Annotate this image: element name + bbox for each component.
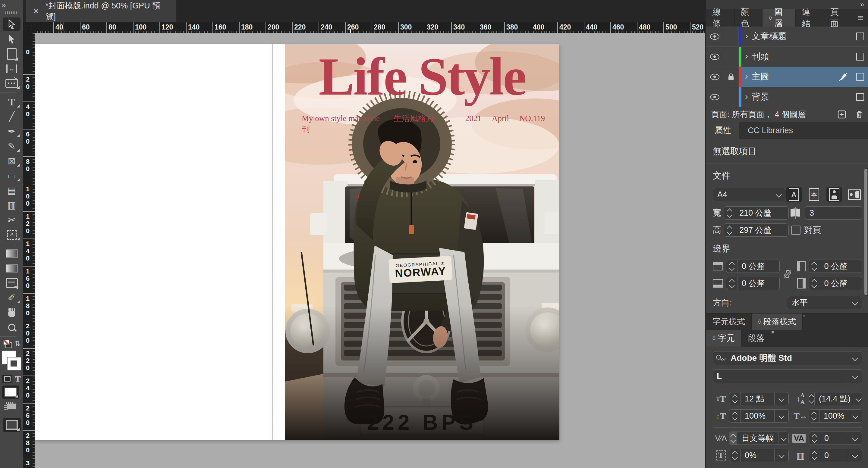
formatting-text-button[interactable]: T	[15, 374, 21, 384]
rectangle-tool[interactable]: ▭	[0, 168, 23, 183]
tools-collapse-button[interactable]: »	[0, 0, 25, 10]
tsume-field[interactable]: 0%	[729, 449, 789, 462]
layer-row[interactable]: ›主圖	[706, 67, 868, 87]
frame-tool[interactable]: ⊠	[0, 154, 23, 168]
layer-expander-icon[interactable]: ›	[745, 91, 748, 101]
layer-row[interactable]: ›文章標題	[706, 27, 868, 47]
layer-name[interactable]: 刊頭	[752, 51, 769, 63]
height-field[interactable]: 297 公釐	[724, 224, 789, 237]
page-size-select[interactable]: A4	[713, 188, 786, 201]
tab-paragraph-styles[interactable]: ◊段落樣式	[752, 313, 803, 330]
dock-scrollbar[interactable]	[864, 169, 867, 295]
stroke-swatch[interactable]	[7, 357, 21, 370]
margin-left-field[interactable]: 0 公釐	[809, 260, 862, 273]
type-tool[interactable]: T	[0, 95, 23, 109]
layer-visibility-toggle[interactable]	[706, 47, 723, 67]
tab-properties[interactable]: 屬性	[706, 122, 739, 139]
grid-tracking-field[interactable]: 0	[809, 449, 862, 462]
formatting-container-button[interactable]	[2, 375, 12, 383]
writing-direction-vertical-button[interactable]: 本	[806, 187, 822, 202]
vertical-grid-tool[interactable]: ▥	[0, 198, 23, 212]
panel-menu-icon[interactable]: ≡	[803, 313, 805, 330]
layer-target-square[interactable]	[856, 93, 864, 101]
layer-lock-toggle[interactable]	[723, 67, 739, 87]
pages-count-field[interactable]: 3	[805, 206, 862, 220]
orientation-portrait-button[interactable]	[827, 187, 842, 202]
scissors-tool[interactable]: ✂	[0, 212, 23, 227]
kerning-field[interactable]: 日文等幅	[729, 432, 789, 445]
free-transform-tool[interactable]	[0, 227, 23, 242]
gap-tool[interactable]: ↔	[0, 61, 23, 76]
font-style-field[interactable]: L	[713, 369, 862, 383]
gradient-swatch-tool[interactable]	[0, 246, 23, 261]
layer-visibility-toggle[interactable]	[706, 87, 723, 107]
tab-連結[interactable]: 連結	[796, 9, 824, 27]
orientation-landscape-button[interactable]	[846, 187, 862, 202]
swap-fill-stroke-icon[interactable]: ⇄	[13, 340, 22, 346]
default-fill-stroke-icon[interactable]	[3, 340, 12, 347]
margin-top-field[interactable]: 0 公釐	[726, 260, 780, 273]
tools-grip-handle[interactable]	[5, 11, 18, 14]
view-options-button[interactable]	[4, 402, 16, 410]
width-field[interactable]: 210 公釐	[724, 206, 789, 220]
panel-menu-icon[interactable]: ≡	[852, 9, 868, 27]
new-layer-button[interactable]	[837, 110, 846, 119]
tab-character-styles[interactable]: 字元樣式	[706, 313, 752, 330]
margin-right-field[interactable]: 0 公釐	[809, 277, 862, 290]
tab-頁面[interactable]: 頁面	[824, 9, 852, 27]
layer-target-square[interactable]	[856, 53, 864, 61]
gradient-feather-tool[interactable]	[0, 261, 23, 275]
tab-圖層[interactable]: ◊圖層	[763, 9, 796, 27]
layer-row[interactable]: ›刊頭	[706, 47, 868, 67]
layer-lock-toggle[interactable]	[723, 87, 739, 107]
eyedropper-tool[interactable]: ✐	[0, 290, 23, 305]
document-tab[interactable]: × *封面模版.indd @ 50% [GPU 預覽]	[26, 0, 176, 22]
close-tab-icon[interactable]: ×	[33, 6, 39, 16]
ruler-origin-corner[interactable]	[23, 22, 35, 33]
layer-visibility-toggle[interactable]	[706, 27, 723, 46]
panel-menu-icon[interactable]: ≡	[771, 330, 774, 347]
tracking-field[interactable]: 0	[809, 432, 862, 445]
selection-tool[interactable]	[0, 17, 23, 32]
tab-paragraph[interactable]: 段落	[741, 330, 771, 347]
hand-tool[interactable]	[0, 305, 23, 320]
direct-selection-tool[interactable]	[0, 32, 23, 46]
screen-mode-button[interactable]	[3, 418, 21, 432]
layer-expander-icon[interactable]: ›	[745, 51, 748, 61]
pasteboard[interactable]: Life Style My own style magazine生活風格月刊 2…	[35, 33, 705, 468]
note-tool[interactable]	[0, 275, 23, 290]
page-tool[interactable]	[0, 46, 23, 61]
apply-none-button[interactable]	[2, 386, 19, 399]
dock-collapse-button[interactable]: »	[860, 0, 864, 9]
layer-target-square[interactable]	[856, 73, 864, 81]
zoom-tool[interactable]	[0, 320, 23, 335]
pen-tool[interactable]: ✒	[0, 124, 23, 139]
layer-lock-toggle[interactable]	[723, 27, 739, 46]
tab-顏色[interactable]: 顏色	[735, 9, 763, 27]
tab-線條[interactable]: 線條	[706, 9, 735, 27]
horizontal-ruler[interactable]: 4060801001201401601802002202402602803003…	[35, 22, 705, 33]
vertical-ruler[interactable]: 0204060801001201401601802002202402602803…	[23, 33, 35, 468]
pencil-tool[interactable]: ✎	[0, 139, 23, 154]
magazine-cover-image[interactable]: Life Style My own style magazine生活風格月刊 2…	[285, 44, 559, 440]
facing-pages-checkbox[interactable]	[791, 226, 801, 235]
page-spread[interactable]: Life Style My own style magazine生活風格月刊 2…	[35, 44, 559, 440]
margin-bottom-field[interactable]: 0 公釐	[726, 277, 780, 290]
content-collector-tool[interactable]	[0, 76, 23, 91]
width-stepper[interactable]	[724, 207, 735, 219]
layer-lock-toggle[interactable]	[723, 47, 739, 67]
writing-direction-horizontal-button[interactable]: A	[786, 187, 802, 202]
horizontal-grid-tool[interactable]: ▤	[0, 183, 23, 198]
layer-name[interactable]: 背景	[752, 91, 769, 103]
horizontal-scale-field[interactable]: 100%	[809, 409, 862, 423]
vertical-scale-field[interactable]: 100%	[729, 409, 789, 423]
leading-field[interactable]: (14.4 點)	[809, 392, 862, 405]
layer-row[interactable]: ›背景	[706, 87, 868, 107]
direction-select[interactable]: 水平	[787, 296, 862, 309]
layer-name[interactable]: 主圖	[752, 71, 769, 83]
layer-name[interactable]: 文章標題	[752, 30, 786, 42]
font-family-field[interactable]: Adobe 明體 Std	[713, 351, 862, 365]
layer-visibility-toggle[interactable]	[706, 67, 723, 87]
line-tool[interactable]: ╱	[0, 109, 23, 124]
tab-character[interactable]: ◊字元	[706, 330, 741, 347]
